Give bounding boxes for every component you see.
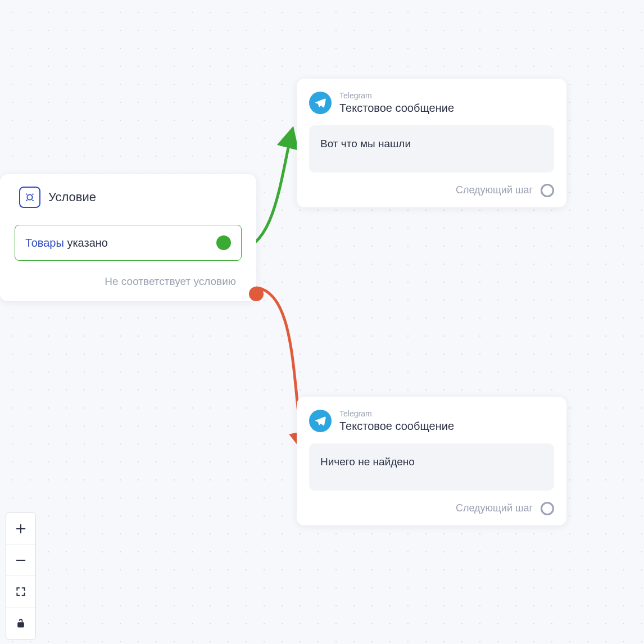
next-step-label: Следующий шаг <box>456 502 533 514</box>
telegram-icon <box>309 92 332 114</box>
lock-toggle-button[interactable] <box>6 607 35 639</box>
message-footer: Следующий шаг <box>309 184 554 197</box>
channel-label: Telegram <box>339 409 454 419</box>
message-node-found[interactable]: Telegram Текстовое сообщение Вот что мы … <box>297 79 566 207</box>
flow-canvas[interactable]: Условие Товары указано Не соответствует … <box>0 0 644 644</box>
false-output-port[interactable] <box>249 287 264 301</box>
condition-branch[interactable]: Товары указано <box>15 225 242 261</box>
plus-icon <box>15 523 27 535</box>
true-output-port[interactable] <box>216 235 231 250</box>
message-header: Telegram Текстовое сообщение <box>309 91 554 115</box>
condition-variable: Товары <box>25 237 64 249</box>
zoom-in-button[interactable] <box>6 513 35 545</box>
condition-branch-text: Товары указано <box>25 237 108 250</box>
condition-title: Условие <box>48 190 96 205</box>
channel-label: Telegram <box>339 91 454 101</box>
message-type-label: Текстовое сообщение <box>339 101 454 115</box>
minus-icon <box>15 554 27 566</box>
expand-icon <box>15 586 26 597</box>
fit-view-button[interactable] <box>6 576 35 607</box>
canvas-controls <box>6 513 36 640</box>
message-header: Telegram Текстовое сообщение <box>309 409 554 433</box>
message-body[interactable]: Вот что мы нашли <box>309 125 554 173</box>
message-footer: Следующий шаг <box>309 502 554 515</box>
unlock-icon <box>15 617 26 629</box>
svg-point-0 <box>27 194 32 199</box>
condition-header: Условие <box>12 187 244 208</box>
message-node-notfound[interactable]: Telegram Текстовое сообщение Ничего не н… <box>297 397 566 525</box>
message-body[interactable]: Ничего не найдено <box>309 443 554 491</box>
telegram-icon <box>309 410 332 432</box>
zoom-out-button[interactable] <box>6 545 35 576</box>
next-step-port[interactable] <box>541 184 554 197</box>
condition-icon <box>19 187 40 208</box>
next-step-label: Следующий шаг <box>456 184 533 196</box>
message-type-label: Текстовое сообщение <box>339 419 454 433</box>
condition-node[interactable]: Условие Товары указано Не соответствует … <box>0 174 256 301</box>
next-step-port[interactable] <box>541 502 554 515</box>
condition-else-label: Не соответствует условию <box>12 275 244 288</box>
condition-operator: указано <box>67 237 108 249</box>
